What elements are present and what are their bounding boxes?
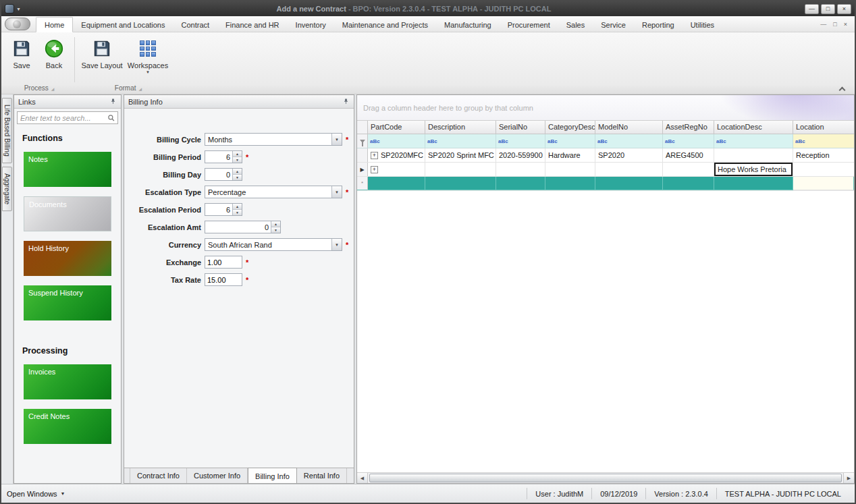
cell-modelno[interactable]: SP2020	[595, 148, 663, 162]
column-header-description[interactable]: Description	[425, 121, 496, 134]
cell-categorydesc[interactable]	[545, 163, 595, 176]
cell-locationdesc-editing[interactable]: Hope Works Pretoria	[714, 163, 793, 176]
dialog-launcher-icon[interactable]: ◢	[139, 87, 142, 91]
spin-down-icon[interactable]: ▼	[233, 174, 242, 180]
filter-cell-partcode[interactable]: aBc	[368, 134, 425, 148]
ribbon-close-icon[interactable]: ×	[844, 21, 847, 28]
column-header-partcode[interactable]: PartCode	[368, 121, 425, 134]
cell-partcode[interactable]: +	[368, 163, 425, 176]
billing-day-stepper[interactable]: 0 ▲▼	[205, 168, 242, 181]
workspaces-button[interactable]: Workspaces ▼	[125, 36, 171, 84]
ribbon-tab-manufacturing[interactable]: Manufacturing	[436, 18, 500, 32]
ribbon-restore-icon[interactable]: □	[833, 21, 836, 28]
chevron-down-icon[interactable]: ▼	[331, 134, 342, 145]
search-input[interactable]	[18, 114, 107, 122]
ribbon-tab-procurement[interactable]: Procurement	[500, 18, 558, 32]
tab-rental-info[interactable]: Rental Info	[297, 468, 347, 483]
back-button[interactable]: Back	[38, 36, 70, 84]
scroll-left-icon[interactable]: ◀	[357, 473, 368, 483]
ribbon-collapse-icon[interactable]	[838, 86, 845, 92]
minimize-button[interactable]: —	[805, 4, 819, 14]
ribbon-tab-service[interactable]: Service	[593, 18, 634, 32]
ribbon-tab-contract[interactable]: Contract	[173, 18, 218, 32]
documents-button[interactable]: Documents	[24, 196, 111, 231]
hold-history-button[interactable]: Hold History	[24, 241, 111, 276]
side-tab-aggregate[interactable]: Aggregate	[2, 167, 12, 211]
filter-cell-modelno[interactable]: aBc	[595, 134, 663, 148]
cell-description[interactable]: SP2020 Sprint MFC	[425, 148, 496, 162]
spin-down-icon[interactable]: ▼	[233, 209, 242, 215]
ribbon-tab-inventory[interactable]: Inventory	[288, 18, 334, 32]
ribbon-tab-maintenance-and-projects[interactable]: Maintenance and Projects	[334, 18, 436, 32]
open-windows-button[interactable]: Open Windows ▼	[7, 490, 65, 498]
filter-cell-locationdesc[interactable]: aBc	[714, 134, 793, 148]
spin-up-icon[interactable]: ▲	[233, 204, 242, 209]
chevron-down-icon[interactable]: ▼	[331, 186, 342, 198]
column-header-location[interactable]: Location	[793, 121, 854, 134]
cell-assetregno[interactable]: AREG4500	[663, 148, 714, 162]
credit-notes-button[interactable]: Credit Notes	[24, 409, 111, 444]
close-button[interactable]: ×	[837, 4, 851, 14]
billing-period-stepper[interactable]: 6 ▲▼	[205, 150, 242, 163]
expand-row-icon[interactable]: +	[371, 152, 378, 159]
filter-cell-assetregno[interactable]: aBc	[663, 134, 714, 148]
notes-button[interactable]: Notes	[24, 152, 111, 187]
cell-assetregno[interactable]	[663, 163, 714, 176]
cell-categorydesc[interactable]	[545, 177, 595, 190]
grid-group-by-bar[interactable]: Drag a column header here to group by th…	[357, 95, 854, 121]
currency-select[interactable]: South African Rand ▼	[205, 238, 342, 251]
cell-locationdesc[interactable]	[714, 148, 793, 162]
filter-cell-description[interactable]: aBc	[425, 134, 496, 148]
new-item-row[interactable]: *	[357, 177, 854, 191]
search-icon[interactable]	[107, 114, 115, 122]
tax-rate-field[interactable]	[205, 273, 242, 286]
cell-location[interactable]	[793, 163, 854, 176]
ribbon-tab-home[interactable]: Home	[36, 17, 73, 32]
exchange-field[interactable]	[205, 256, 242, 269]
tab-customer-info[interactable]: Customer Info	[187, 468, 248, 483]
expand-row-icon[interactable]: +	[371, 166, 378, 173]
spin-down-icon[interactable]: ▼	[233, 157, 242, 163]
cell-description[interactable]	[425, 177, 496, 190]
scrollbar-thumb[interactable]	[369, 474, 842, 482]
restore-button[interactable]: □	[821, 4, 835, 14]
pin-icon[interactable]	[342, 98, 350, 105]
table-row-editing[interactable]: ▶ + Hope Works Pretoria	[357, 163, 854, 177]
exchange-input[interactable]	[205, 258, 242, 267]
escalation-period-stepper[interactable]: 6 ▲▼	[205, 203, 242, 216]
escalation-type-select[interactable]: Percentage ▼	[205, 186, 342, 198]
cell-modelno[interactable]	[595, 163, 663, 176]
ribbon-tab-finance-and-hr[interactable]: Finance and HR	[217, 18, 288, 32]
cell-modelno[interactable]	[595, 177, 663, 190]
tab-contract-info[interactable]: Contract Info	[130, 468, 187, 483]
spin-up-icon[interactable]: ▲	[233, 169, 242, 174]
tab-billing-info[interactable]: Billing Info	[248, 468, 297, 483]
column-header-locationdesc[interactable]: LocationDesc	[714, 121, 793, 134]
app-icon[interactable]	[5, 4, 14, 13]
application-menu-button[interactable]	[5, 18, 30, 30]
locationdesc-editor[interactable]: Hope Works Pretoria	[714, 163, 793, 176]
spin-down-icon[interactable]: ▼	[271, 227, 280, 233]
filter-cell-location[interactable]: aBc	[793, 134, 854, 148]
cell-serialno[interactable]	[496, 177, 545, 190]
escalation-amt-stepper[interactable]: 0 ▲▼	[205, 221, 281, 233]
filter-cell-categorydesc[interactable]: aBc	[545, 134, 595, 148]
dialog-launcher-icon[interactable]: ◢	[51, 87, 55, 91]
filter-cell-serialno[interactable]: aBc	[496, 134, 545, 148]
cell-categorydesc[interactable]: Hardware	[545, 148, 595, 162]
ribbon-tab-reporting[interactable]: Reporting	[634, 18, 683, 32]
cell-description[interactable]	[425, 163, 496, 176]
spin-up-icon[interactable]: ▲	[233, 151, 242, 157]
cell-serialno[interactable]	[496, 163, 545, 176]
ribbon-minimize-icon[interactable]: —	[820, 21, 826, 28]
cell-location[interactable]: Reception	[793, 148, 854, 162]
billing-cycle-select[interactable]: Months ▼	[205, 133, 342, 146]
pin-icon[interactable]	[109, 98, 117, 105]
chevron-down-icon[interactable]: ▼	[331, 239, 342, 250]
column-header-modelno[interactable]: ModelNo	[595, 121, 663, 134]
cell-partcode[interactable]	[368, 177, 425, 190]
column-header-assetregno[interactable]: AssetRegNo	[663, 121, 714, 134]
save-layout-button[interactable]: Save Layout	[79, 36, 125, 84]
column-header-serialno[interactable]: SerialNo	[496, 121, 545, 134]
side-tab-life-based-billing[interactable]: Life Based Billing	[2, 98, 12, 163]
